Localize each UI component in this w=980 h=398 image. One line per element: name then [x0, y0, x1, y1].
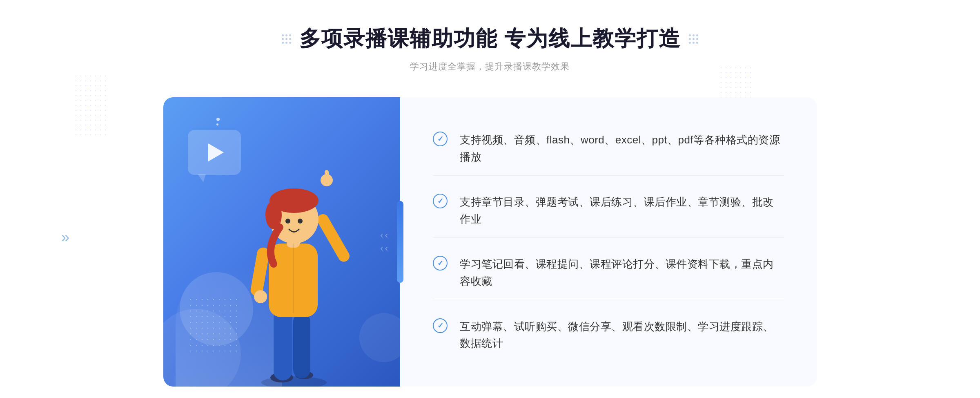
title-row: 多项录播课辅助功能 专为线上教学打造	[282, 25, 698, 53]
feature-item-4: ✓ 互动弹幕、试听购买、微信分享、观看次数限制、学习进度跟踪、数据统计	[433, 309, 784, 362]
svg-rect-4	[293, 313, 310, 378]
check-icon-3: ✓	[433, 256, 448, 271]
svg-rect-3	[274, 309, 292, 380]
page-container: » 多项录播课	[0, 0, 980, 398]
circle-deco-medium	[359, 313, 408, 362]
character-illustration	[233, 133, 355, 387]
arrow-chevron-2: ‹	[385, 230, 388, 241]
sparkle-dot-2	[216, 123, 218, 125]
feature-text-4: 互动弹幕、试听购买、微信分享、观看次数限制、学习进度跟踪、数据统计	[460, 318, 784, 352]
svg-rect-10	[325, 170, 329, 182]
svg-point-15	[285, 219, 290, 224]
dots-decoration-left	[74, 74, 106, 139]
feature-text-3: 学习笔记回看、课程提问、课程评论打分、课件资料下载，重点内容收藏	[460, 256, 784, 290]
blue-vertical-bar	[397, 201, 403, 283]
title-dots-left	[282, 34, 291, 44]
play-icon	[208, 143, 224, 161]
features-area: ✓ 支持视频、音频、flash、word、excel、ppt、pdf等各种格式的…	[400, 97, 817, 387]
feature-item-1: ✓ 支持视频、音频、flash、word、excel、ppt、pdf等各种格式的…	[433, 122, 784, 176]
arrow-chevron-4: ‹	[385, 243, 388, 254]
illustration-area: ‹ ‹ ‹ ‹	[163, 97, 400, 387]
check-icon-1: ✓	[433, 132, 448, 146]
svg-rect-8	[315, 212, 352, 264]
title-dots-right	[689, 34, 698, 44]
content-section: ‹ ‹ ‹ ‹	[163, 97, 817, 387]
arrow-chevron-3: ‹	[380, 243, 383, 254]
sparkle-dot-1	[216, 118, 220, 121]
arrow-chevron-1: ‹	[380, 230, 383, 241]
page-title: 多项录播课辅助功能 专为线上教学打造	[299, 25, 681, 53]
feature-text-1: 支持视频、音频、flash、word、excel、ppt、pdf等各种格式的资源…	[460, 132, 784, 165]
page-subtitle: 学习进度全掌握，提升录播课教学效果	[410, 60, 570, 73]
feature-text-2: 支持章节目录、弹题考试、课后练习、课后作业、章节测验、批改作业	[460, 194, 784, 228]
chevron-decoration-left: »	[61, 229, 69, 246]
check-icon-4: ✓	[433, 318, 448, 333]
feature-item-2: ✓ 支持章节目录、弹题考试、课后练习、课后作业、章节测验、批改作业	[433, 184, 784, 238]
svg-point-7	[254, 290, 267, 303]
svg-point-16	[298, 219, 303, 224]
check-icon-2: ✓	[433, 194, 448, 208]
header-section: 多项录播课辅助功能 专为线上教学打造	[282, 25, 698, 73]
arrow-decoration: ‹ ‹ ‹ ‹	[380, 230, 388, 254]
feature-item-3: ✓ 学习笔记回看、课程提问、课程评论打分、课件资料下载，重点内容收藏	[433, 246, 784, 300]
sparkle-decoration	[216, 118, 220, 125]
